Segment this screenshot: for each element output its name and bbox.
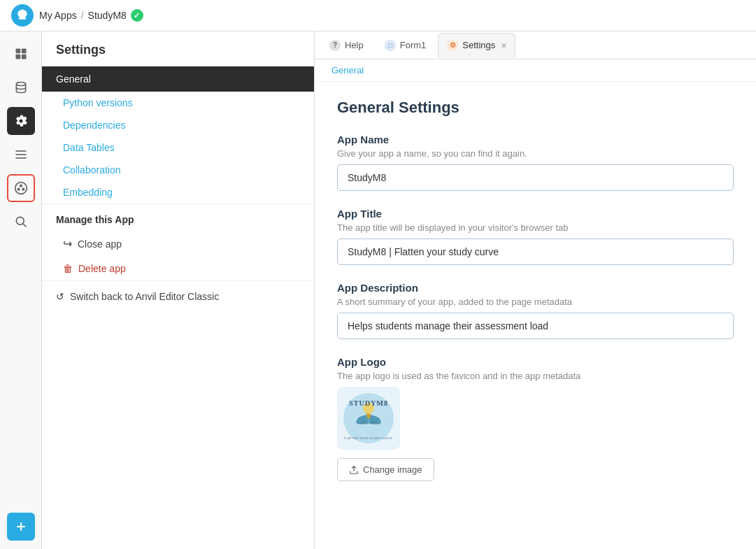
app-logo-hint: The app logo is used as the favicon and …	[337, 371, 734, 381]
svg-rect-3	[21, 55, 26, 59]
breadcrumb-sep: /	[81, 10, 84, 21]
app-logo	[11, 4, 34, 27]
main-layout: Settings General Python versions Depende…	[0, 31, 756, 549]
nav-item-embedding[interactable]: Embedding	[42, 181, 314, 204]
settings-tab-close[interactable]: ×	[501, 40, 506, 51]
app-logo-preview: STUDYM8 FLATTEN YOUR STUDY CURVE	[337, 387, 400, 450]
layout-icon	[14, 47, 28, 61]
settings-tab-icon: ⚙	[447, 40, 458, 51]
app-name-input[interactable]	[337, 164, 734, 191]
app-description-group: App Description A short summary of your …	[337, 282, 734, 339]
app-logo-group: App Logo The app logo is used as the fav…	[337, 356, 734, 481]
help-tab-icon: ?	[329, 40, 341, 51]
svg-point-9	[20, 185, 22, 187]
svg-point-11	[22, 188, 24, 190]
sidebar-icon-settings[interactable]	[7, 107, 35, 135]
svg-line-13	[22, 224, 26, 227]
verified-icon	[131, 9, 143, 22]
app-title-group: App Title The app title will be displaye…	[337, 208, 734, 265]
svg-point-12	[16, 217, 24, 224]
svg-point-4	[16, 83, 25, 86]
nav-item-python-versions[interactable]: Python versions	[42, 92, 314, 114]
svg-point-8	[15, 183, 27, 194]
breadcrumb-appname: StudyM8	[88, 10, 127, 21]
switch-icon: ↺	[56, 291, 64, 302]
palette-icon	[14, 181, 28, 195]
nav-item-collaboration[interactable]: Collaboration	[42, 159, 314, 181]
content-breadcrumb: General	[315, 59, 756, 82]
topbar: My Apps / StudyM8	[0, 0, 756, 31]
sidebar-icons	[0, 31, 42, 549]
nav-item-data-tables[interactable]: Data Tables	[42, 136, 314, 159]
plus-icon	[14, 520, 28, 534]
add-button[interactable]	[7, 513, 35, 541]
settings-content-title: General Settings	[337, 99, 734, 117]
gear-icon	[14, 114, 28, 128]
app-logo-label: App Logo	[337, 356, 734, 368]
app-name-label: App Name	[337, 134, 734, 145]
help-tab-label: Help	[345, 40, 364, 50]
delete-app-icon: 🗑	[63, 263, 73, 274]
app-title-hint: The app title will be displayed in your …	[337, 222, 734, 233]
upload-icon	[349, 465, 359, 475]
app-description-input[interactable]	[337, 313, 734, 339]
app-description-label: App Description	[337, 282, 734, 294]
anvil-icon	[15, 8, 29, 22]
svg-point-10	[17, 188, 20, 190]
list-icon	[14, 148, 28, 162]
settings-tab-label: Settings	[462, 40, 495, 50]
change-image-button[interactable]: Change image	[337, 458, 434, 481]
manage-section-title: Manage this App	[42, 204, 314, 231]
tabs-bar: ? Help □ Form1 ⚙ Settings ×	[315, 31, 756, 59]
tab-help[interactable]: ? Help	[320, 33, 373, 58]
svg-rect-0	[15, 49, 20, 54]
svg-text:STUDYM8: STUDYM8	[349, 399, 388, 407]
delete-app-item[interactable]: 🗑 Delete app	[42, 257, 314, 280]
nav-item-general[interactable]: General	[42, 66, 314, 92]
svg-rect-1	[21, 49, 26, 54]
sidebar-icon-search[interactable]	[7, 208, 35, 236]
content-area: ? Help □ Form1 ⚙ Settings × General Gene…	[315, 31, 756, 549]
form1-tab-label: Form1	[400, 40, 427, 50]
sidebar-icon-layout[interactable]	[7, 40, 35, 68]
search-icon	[14, 215, 28, 229]
sidebar-icon-palette[interactable]	[7, 174, 35, 202]
settings-panel-title: Settings	[42, 31, 314, 66]
app-title-label: App Title	[337, 208, 734, 220]
app-title-input[interactable]	[337, 238, 734, 265]
tab-form1[interactable]: □ Form1	[376, 33, 436, 58]
close-app-item[interactable]: ↪ Close app	[42, 231, 314, 257]
sidebar-icon-list[interactable]	[7, 141, 35, 169]
settings-panel: Settings General Python versions Depende…	[42, 31, 315, 549]
form1-tab-icon: □	[385, 40, 396, 51]
change-image-label: Change image	[363, 464, 422, 475]
app-name-group: App Name Give your app a name, so you ca…	[337, 134, 734, 191]
app-description-hint: A short summary of your app, added to th…	[337, 297, 734, 307]
database-icon	[14, 80, 28, 94]
studym8-logo-svg: STUDYM8 FLATTEN YOUR STUDY CURVE	[341, 390, 397, 446]
tab-settings[interactable]: ⚙ Settings ×	[438, 33, 515, 58]
nav-item-dependencies[interactable]: Dependencies	[42, 114, 314, 136]
switch-editor-item[interactable]: ↺ Switch back to Anvil Editor Classic	[42, 280, 314, 312]
svg-text:FLATTEN YOUR STUDY CURVE: FLATTEN YOUR STUDY CURVE	[344, 436, 392, 440]
svg-rect-2	[15, 55, 20, 59]
close-app-icon: ↪	[63, 237, 72, 250]
sidebar-icon-database[interactable]	[7, 73, 35, 101]
app-name-hint: Give your app a name, so you can find it…	[337, 148, 734, 159]
breadcrumb-myapps[interactable]: My Apps	[39, 10, 77, 21]
settings-content: General Settings App Name Give your app …	[315, 82, 756, 549]
breadcrumb: My Apps / StudyM8	[39, 9, 143, 22]
